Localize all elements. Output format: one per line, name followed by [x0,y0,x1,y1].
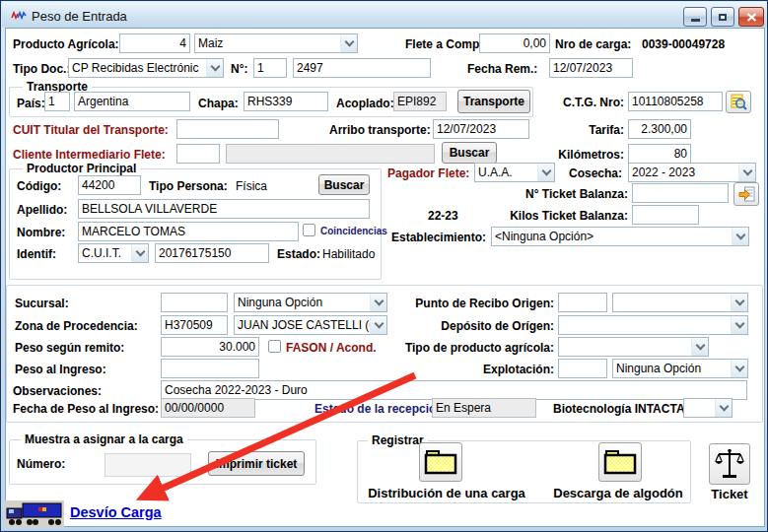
chevron-down-icon [731,294,747,311]
chevron-down-icon [131,244,148,262]
chevron-down-icon [370,316,386,334]
punto-recibo-label: Punto de Recibo Origen: [415,297,554,310]
chevron-down-icon [731,316,747,334]
tipo-doc-dropdown[interactable]: CP Recibidas Electrónic [68,58,224,78]
pagador-flete-label: Pagador Flete: [387,166,469,180]
buscar-productor-button[interactable]: Buscar [318,174,370,195]
chapa-field[interactable]: RHS339 [244,92,328,111]
codigo-label: Código: [17,179,61,193]
arribo-field[interactable]: 12/07/2023 [433,119,529,139]
cosecha-dropdown[interactable]: 2022 - 2023 [628,163,756,182]
apellido-field[interactable]: BELLSOLA VILLAVERDE [78,199,370,219]
peso-ingreso-label: Peso al Ingreso: [15,363,106,376]
productor-legend: Productor Principal [23,162,140,175]
nombre-field[interactable]: MARCELO TOMAS [78,222,299,241]
flete-field[interactable]: 0,00 [479,33,550,53]
fason-checkbox[interactable] [268,340,281,353]
identif-number-field[interactable]: 20176175150 [155,243,269,263]
deposito-origen-dropdown[interactable] [558,315,748,335]
fecha-rem-field[interactable]: 12/07/2023 [549,58,633,78]
restore-button[interactable] [711,7,734,27]
ticket-button[interactable] [709,443,750,485]
explotacion-code-field[interactable] [558,359,607,378]
window-title: Peso de Entrada [32,9,127,24]
estado-recepcion-field: En Espera [432,398,536,418]
kilos-balanza-label: Kilos Ticket Balanza: [494,209,628,223]
kilometros-field[interactable]: 80 [628,144,691,164]
explotacion-dropdown[interactable]: Ninguna Opción [612,359,748,378]
identif-label: Identif: [17,247,56,261]
sucursal-label: Sucursal: [15,297,69,310]
distribucion-carga-button[interactable] [419,442,462,482]
zona-dropdown[interactable]: JUAN JOSE CASTELLI (Ch [234,315,387,335]
descarga-algodon-button[interactable] [598,442,642,482]
producto-agricola-label: Producto Agrícola: [13,37,119,51]
chevron-down-icon [732,228,748,245]
estado-recepcion-label: Estado de la recepción: [314,402,448,416]
explotacion-label: Explotación: [454,363,554,376]
peso-ingreso-field[interactable] [161,359,259,378]
truck-icon [5,500,64,527]
identif-type-dropdown[interactable]: C.U.I.T. [78,243,149,263]
peso-remito-label: Peso según remito: [15,341,124,355]
acoplado-label: Acoplado: [336,97,394,110]
imprimir-ticket-button[interactable]: Imprimir ticket [208,451,305,476]
biotecnologia-label: Biotecnología INTACTA: [553,402,689,416]
tarifa-label: Tarifa: [567,123,624,137]
sucursal-code-field[interactable] [161,293,228,312]
ticket-button-label: Ticket [709,487,750,501]
codigo-field[interactable]: 44200 [78,175,141,195]
observaciones-field[interactable]: Cosecha 2022-2023 - Duro [161,380,747,400]
chevron-down-icon [537,164,554,181]
ctg-search-button[interactable] [726,91,751,113]
producto-dropdown[interactable]: Maiz [194,33,358,53]
chevron-down-icon [370,294,386,311]
kilometros-label: Kilómetros: [545,148,624,162]
biotecnologia-dropdown[interactable] [683,398,733,418]
establecimiento-dropdown[interactable]: <Ninguna Opción> [491,227,749,246]
kilos-balanza-field[interactable] [632,205,699,225]
peso-de-entrada-window: Peso de Entrada Producto Agrícola: 4 Mai… [0,0,768,532]
cliente-intermediario-name-field [226,144,435,164]
punto-recibo-dropdown[interactable] [612,293,748,312]
deposito-origen-label: Depósito de Orígen: [415,319,554,333]
ticket-balanza-field[interactable] [632,183,729,203]
ticket-balanza-button[interactable] [733,182,759,206]
tipo-producto-label: Tipo de producto agrícola: [395,341,554,355]
sucursal-dropdown[interactable]: Ninguna Opción [234,293,387,312]
minimize-button[interactable] [683,7,707,27]
nro-field-2[interactable]: 2497 [293,58,431,78]
peso-remito-field[interactable]: 30.000 [161,337,259,357]
pais-name-field[interactable]: Argentina [74,92,190,111]
ticket-balanza-label: N° Ticket Balanza: [500,187,628,201]
apellido-label: Apellido: [17,203,67,217]
pagador-flete-dropdown[interactable]: U.A.A. [474,163,555,182]
producto-code-field[interactable]: 4 [119,33,190,53]
fecha-peso-ingreso-label: Fecha de Peso al Ingreso: [13,402,159,416]
nro-field-1[interactable]: 1 [253,58,287,78]
cuit-titular-field[interactable] [176,119,279,139]
zona-code-field[interactable]: H370509 [161,315,228,335]
cliente-intermediario-code-field[interactable] [176,144,220,164]
ctg-field[interactable]: 10110805258 [628,92,723,111]
chevron-down-icon [691,338,708,356]
pais-code-field[interactable]: 1 [44,92,70,111]
close-button[interactable] [738,7,764,27]
numero-muestra-field[interactable] [105,453,191,477]
muestra-legend: Muestra a asignar a la carga [21,432,187,446]
tipo-doc-label: Tipo Doc.: [13,62,70,76]
observaciones-label: Observaciones: [13,384,102,398]
acoplado-field: EPI892 [393,92,447,111]
tarifa-field[interactable]: 2.300,00 [628,119,691,139]
tipo-producto-dropdown[interactable] [558,337,709,357]
coincidencias-checkbox[interactable] [303,224,315,236]
fecha-peso-ingreso-field: 00/00/0000 [161,398,255,418]
chevron-down-icon [731,360,747,377]
transporte-button[interactable]: Transporte [457,90,530,113]
desvio-carga-link[interactable]: Desvío Carga [70,504,162,520]
coincidencias-label: Coincidencias [320,226,387,236]
punto-recibo-code-field[interactable] [558,293,607,312]
estado-value: Habilitado [322,247,375,261]
buscar-flete-button[interactable]: Buscar [442,142,497,164]
arribo-label: Arribo transporte: [329,123,428,137]
